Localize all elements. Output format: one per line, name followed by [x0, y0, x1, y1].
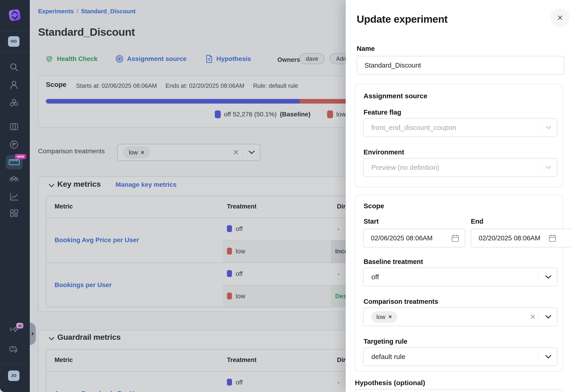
close-button[interactable]: ✕ — [550, 8, 570, 27]
app-window: HO — [0, 0, 571, 392]
new-badge: NEW — [15, 154, 26, 159]
workspace-avatar[interactable]: HO — [8, 36, 19, 47]
low-swatch — [227, 293, 232, 299]
audiences-icon[interactable] — [9, 174, 19, 184]
assignment-source-card: Assignment source Feature flag front_end… — [355, 84, 563, 187]
treatment-name: off — [236, 270, 243, 278]
guardrail-metrics-title: Guardrail metrics — [57, 333, 121, 342]
low-swatch — [227, 248, 232, 254]
environment-value: Preview (no definition) — [371, 164, 439, 171]
assignment-source-label: Assignment source — [127, 55, 186, 63]
assignment-source-link[interactable]: Assignment source — [115, 55, 186, 63]
start-date-input[interactable]: 02/06/2025 08:06AM — [363, 229, 465, 247]
breadcrumb-current[interactable]: Standard_Discount — [81, 8, 135, 15]
dashboards-icon[interactable] — [9, 208, 19, 218]
start-date-value: 02/06/2025 08:06AM — [371, 234, 432, 242]
end-label: End — [471, 218, 484, 225]
ruler-icon — [9, 159, 20, 166]
baseline-treatment-value: off — [371, 273, 379, 281]
help-icon[interactable]: ? — [9, 345, 19, 355]
health-check-label: Health Check — [57, 55, 98, 63]
environment-label: Environment — [364, 148, 404, 156]
environment-select: Preview (no definition) — [363, 158, 557, 177]
targeting-rule-label: Targeting rule — [364, 338, 407, 345]
targeting-rule-select[interactable]: default rule — [363, 347, 557, 366]
legend-comparison: low — [327, 111, 346, 118]
panel-expand-handle[interactable] — [30, 322, 36, 345]
treatment-name: low — [236, 248, 245, 255]
update-experiment-drawer: ✕ Update experiment Name Standard_Discou… — [346, 0, 571, 392]
col-treatment: Treatment — [227, 203, 257, 210]
off-swatch — [227, 379, 232, 386]
layers-icon[interactable] — [9, 122, 19, 131]
direction-value: - — [337, 225, 340, 233]
legend-baseline-label: off 52,276 (50.1%) — [224, 111, 277, 118]
legend-comparison-label: low — [336, 111, 346, 118]
assignment-source-title: Assignment source — [364, 92, 427, 100]
statsig-logo[interactable] — [9, 9, 20, 21]
chip-remove-icon[interactable]: ✕ — [388, 314, 392, 320]
off-swatch — [227, 225, 232, 232]
chevron-down-icon[interactable] — [545, 315, 552, 319]
target-icon — [115, 55, 124, 63]
owner-chip-dave[interactable]: dave — [299, 53, 325, 64]
user-avatar[interactable]: JO — [8, 370, 19, 381]
chevron-down-icon[interactable] — [248, 151, 255, 154]
collapse-chevron-icon[interactable] — [49, 184, 55, 188]
targeting-rule-value: default rule — [371, 353, 405, 361]
treatment-chip-low[interactable]: low ✕ — [371, 311, 397, 323]
health-check-link[interactable]: Health Check — [45, 55, 98, 63]
manage-key-metrics-link[interactable]: Manage key metrics — [115, 181, 176, 188]
metric-link-booking-avg-price[interactable]: Booking Avg Price per User — [55, 237, 139, 244]
hypothesis-textarea[interactable] — [355, 389, 563, 392]
breadcrumb-separator: / — [77, 8, 78, 15]
calendar-icon[interactable] — [451, 234, 460, 243]
calendar-icon[interactable] — [548, 234, 557, 243]
chevron-down-icon[interactable] — [545, 275, 552, 279]
chip-remove-icon[interactable]: ✕ — [141, 150, 145, 155]
name-input[interactable]: Standard_Discount — [357, 56, 564, 75]
low-swatch — [327, 111, 333, 118]
metric-link-avg-downloads[interactable]: Average Downloads Per User — [55, 390, 144, 392]
drawer-title: Update experiment — [357, 13, 448, 25]
close-icon: ✕ — [557, 13, 563, 22]
legend-baseline: off 52,276 (50.1%) (Baseline) — [215, 111, 311, 118]
comparison-treatments-label: Comparison treatments — [364, 298, 438, 305]
off-swatch — [227, 270, 232, 277]
col-metric: Metric — [55, 356, 73, 364]
treatment-name: off — [236, 379, 243, 386]
feature-flag-select: front_end_discount_coupon — [363, 118, 557, 137]
scope-card: Scope Start End 02/06/2025 08:06AM 02/20… — [355, 195, 563, 372]
clear-icon[interactable]: ✕ — [233, 148, 239, 157]
baseline-treatment-select[interactable]: off — [363, 267, 557, 286]
direction-value: - — [337, 270, 340, 278]
comparison-treatments-select[interactable]: low ✕ ✕ — [363, 308, 557, 326]
feature-flag-label: Feature flag — [364, 109, 401, 116]
feature-gates-icon[interactable] — [9, 98, 19, 107]
treatment-name: low — [236, 293, 245, 300]
hypothesis-link[interactable]: Hypothesis — [205, 55, 251, 63]
sidebar-divider — [0, 31, 30, 31]
chip-label: low — [129, 149, 138, 156]
metric-link-bookings-per-user[interactable]: Bookings per User — [55, 281, 112, 289]
user-icon[interactable] — [9, 80, 19, 90]
metrics-chart-icon[interactable] — [9, 192, 19, 201]
feature-flag-value: front_end_discount_coupon — [371, 124, 456, 131]
chip-label: low — [376, 313, 385, 321]
release-flag-icon[interactable] — [9, 140, 19, 149]
end-date-value: 02/20/2025 08:06AM — [479, 234, 540, 242]
breadcrumb: Experiments/Standard_Discount — [38, 8, 136, 15]
split-segment-off — [46, 99, 300, 104]
heart-check-icon — [45, 55, 54, 63]
legend-baseline-suffix: (Baseline) — [280, 111, 311, 118]
treatment-chip-low[interactable]: low ✕ — [124, 147, 150, 158]
chevron-down-icon[interactable] — [545, 355, 552, 359]
treatment-name: off — [236, 225, 243, 233]
comparison-treatments-label: Comparison treatments — [38, 148, 105, 155]
end-date-input[interactable]: 02/20/2025 08:06AM — [471, 229, 571, 247]
breadcrumb-experiments[interactable]: Experiments — [38, 8, 74, 15]
clear-icon[interactable]: ✕ — [530, 312, 536, 321]
collapse-chevron-icon[interactable] — [49, 337, 55, 341]
comparison-treatments-select[interactable]: low ✕ ✕ — [117, 144, 260, 161]
search-icon[interactable] — [9, 62, 19, 72]
